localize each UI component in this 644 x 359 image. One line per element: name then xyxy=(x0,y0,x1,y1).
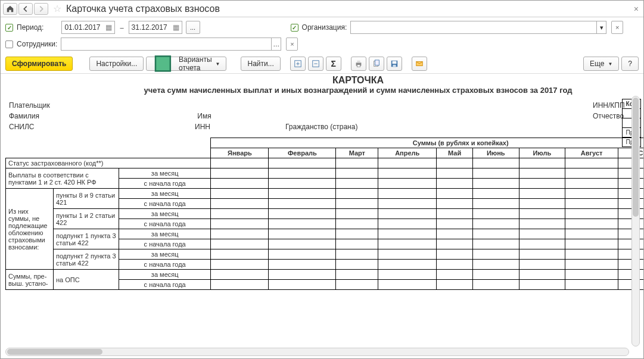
vertical-scrollbar[interactable] xyxy=(631,96,640,346)
report-subtitle: учета сумм начисленных выплат и иных воз… xyxy=(5,86,643,95)
action-toolbar: Сформировать Настройки... Варианты отчет… xyxy=(1,54,643,74)
date-from-input[interactable]: 01.01.2017▦ xyxy=(61,21,115,34)
app-window: ☆ Карточка учета страховых взносов × Пер… xyxy=(0,0,644,359)
period-label: Период: xyxy=(17,23,43,32)
sum-icon[interactable]: Σ xyxy=(326,57,341,71)
filter-bar-1: Период: 01.01.2017▦ – 31.12.2017▦ ... Ор… xyxy=(1,17,643,36)
svg-rect-5 xyxy=(357,65,360,67)
org-dropdown-icon[interactable]: ▾ xyxy=(596,21,606,33)
info-block: Плательщик ИНН/КПП Фамилия Имя Отчество … xyxy=(5,99,643,133)
horizontal-scrollbar[interactable] xyxy=(5,348,629,356)
employees-checkbox[interactable] xyxy=(5,40,13,48)
svg-rect-4 xyxy=(357,61,360,63)
forward-button[interactable] xyxy=(34,3,48,15)
save-icon[interactable] xyxy=(387,57,402,71)
svg-rect-0 xyxy=(155,57,170,71)
copy-icon[interactable] xyxy=(369,57,384,71)
employees-input[interactable]: … xyxy=(61,38,281,51)
settings-button[interactable]: Настройки... xyxy=(89,57,144,71)
org-label: Организация: xyxy=(302,23,347,32)
report-title: КАРТОЧКА xyxy=(5,75,643,86)
more-button[interactable]: Еще▼ xyxy=(583,57,619,71)
report-viewport: Стр.* КАРТОЧКА учета сумм начисленных вы… xyxy=(1,74,643,342)
favorite-star-icon[interactable]: ☆ xyxy=(53,3,61,14)
calendar-icon[interactable]: ▦ xyxy=(173,23,179,32)
org-input[interactable]: ▾ xyxy=(350,21,606,34)
data-table: Суммы (в рублях и копейках) ЯнварьФеврал… xyxy=(5,138,643,290)
employees-clear-button[interactable]: × xyxy=(286,38,298,51)
org-checkbox[interactable] xyxy=(291,24,298,32)
back-button[interactable] xyxy=(18,3,33,15)
window-title: Карточка учета страховых взносов xyxy=(66,4,220,14)
svg-rect-7 xyxy=(375,60,379,65)
period-picker-button[interactable]: ... xyxy=(186,21,200,34)
print-icon[interactable] xyxy=(351,57,366,71)
period-checkbox[interactable] xyxy=(5,24,13,32)
expand-icon[interactable] xyxy=(290,57,306,71)
calendar-icon[interactable]: ▦ xyxy=(105,23,112,32)
date-to-input[interactable]: 31.12.2017▦ xyxy=(129,21,182,34)
close-button[interactable]: × xyxy=(634,4,639,14)
report-variants-button[interactable]: Варианты отчета▼ xyxy=(146,57,226,71)
org-clear-button[interactable]: × xyxy=(611,21,623,34)
employees-label: Сотрудники: xyxy=(17,40,57,48)
svg-rect-10 xyxy=(393,65,396,67)
generate-button[interactable]: Сформировать xyxy=(5,57,73,71)
home-button[interactable] xyxy=(3,3,17,15)
filter-bar-2: Сотрудники: … × xyxy=(1,36,643,54)
titlebar: ☆ Карточка учета страховых взносов × xyxy=(1,1,643,17)
svg-rect-9 xyxy=(392,61,396,64)
collapse-icon[interactable] xyxy=(308,57,323,71)
employees-picker-icon[interactable]: … xyxy=(271,38,281,50)
find-button[interactable]: Найти... xyxy=(241,57,280,71)
help-button[interactable]: ? xyxy=(621,57,639,71)
sums-header: Суммы (в рублях и копейках) xyxy=(211,138,643,148)
email-icon[interactable] xyxy=(412,57,427,71)
